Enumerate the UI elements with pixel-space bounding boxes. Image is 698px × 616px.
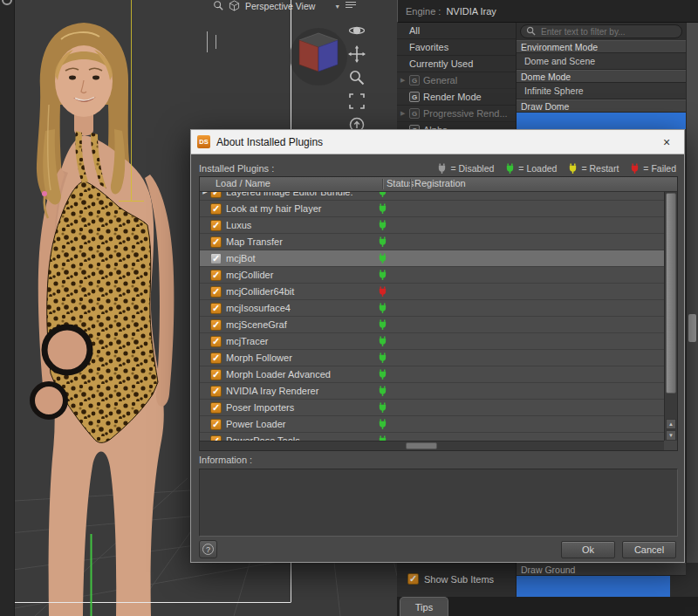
plugin-row[interactable]: ▶ Morph Follower — [200, 350, 664, 366]
expand-arrow-icon[interactable]: ▶ — [400, 77, 409, 84]
ok-button[interactable]: Ok — [561, 541, 615, 558]
viewport-top-toolbar: Perspective View ▼ — [213, 0, 356, 12]
view-selector-label[interactable]: Perspective View — [245, 1, 315, 11]
expander-icon[interactable]: ▶ — [200, 192, 210, 195]
render-group-item[interactable]: ▶ G General — [397, 72, 516, 89]
cube-view-icon[interactable] — [229, 0, 240, 13]
plugin-row[interactable]: ▶ Map Transfer — [200, 234, 664, 250]
plugin-row[interactable]: ▶ mcjBot — [200, 250, 664, 267]
render-group-item[interactable]: ▶ Favorites — [397, 39, 516, 56]
help-button[interactable]: ? — [199, 540, 217, 558]
engine-label: Engine : — [406, 6, 441, 17]
plugin-row[interactable]: ▶ mcjTracer — [200, 333, 664, 350]
plugin-row[interactable]: ▶ Morph Loader Advanced — [200, 366, 664, 383]
dome-mode-dropdown[interactable]: Infinite Sphere — [517, 83, 686, 99]
column-separator — [410, 179, 411, 189]
close-icon[interactable]: × — [654, 133, 680, 152]
pan-icon[interactable] — [347, 44, 366, 64]
filter-input[interactable] — [539, 26, 676, 38]
plugin-row[interactable]: ▶ PowerPose Tools — [200, 433, 664, 441]
draw-dome-label: Draw Dome — [517, 99, 686, 113]
panel-scrollbar-thumb[interactable] — [688, 314, 696, 342]
plugin-load-checkbox[interactable] — [210, 253, 222, 264]
table-horizontal-scrollbar[interactable] — [200, 441, 664, 450]
plugin-row[interactable]: ▶ mcjCollider64bit — [200, 284, 664, 300]
tab-tips[interactable]: Tips — [400, 597, 448, 616]
plugin-row[interactable]: ▶ mcjIsosurface4 — [200, 300, 664, 317]
plugin-load-checkbox[interactable] — [210, 220, 222, 231]
table-scrollbar-thumb[interactable] — [666, 193, 676, 394]
legend-label: = Restart — [581, 163, 619, 174]
plugin-load-checkbox[interactable] — [210, 402, 222, 414]
bottom-tab-bar: Tips — [397, 597, 698, 616]
panel-scrollbar[interactable] — [686, 23, 698, 597]
environment-mode-dropdown[interactable]: Dome and Scene — [517, 53, 686, 70]
plugin-load-checkbox[interactable] — [210, 419, 222, 430]
engine-value: NVIDIA Iray — [446, 6, 496, 17]
render-group-item[interactable]: ▶ G Alpha — [397, 122, 516, 129]
column-load-name[interactable]: Load / Name — [216, 178, 270, 188]
legend-label: = Failed — [643, 163, 676, 174]
show-sub-items-checkbox[interactable] — [407, 573, 419, 585]
plugin-load-checkbox[interactable] — [210, 192, 222, 198]
dome-color-swatch[interactable] — [517, 113, 686, 129]
scrollbar-corner — [664, 441, 677, 450]
plugin-row[interactable]: ▶ mcjCollider — [200, 267, 664, 284]
render-group-item[interactable]: ▶ All — [397, 23, 516, 39]
pane-menu-icon[interactable] — [346, 1, 356, 11]
render-group-item[interactable]: ▶ G Progressive Rend... — [397, 106, 516, 122]
table-hscrollbar-thumb[interactable] — [406, 442, 437, 449]
cancel-button[interactable]: Cancel — [622, 541, 676, 558]
plugin-row[interactable]: ▶ mcjSceneGraf — [200, 317, 664, 333]
plugin-row[interactable]: ▶ Look at my hair Player — [200, 201, 664, 217]
plugin-row[interactable]: ▶ Poser Importers — [200, 400, 664, 416]
plugin-status-icon — [378, 386, 387, 396]
expand-arrow-icon[interactable]: ▶ — [400, 110, 409, 117]
plugin-row[interactable]: ▶ NVIDIA Iray Renderer — [200, 383, 664, 400]
plugin-load-checkbox[interactable] — [210, 203, 222, 215]
plugin-load-checkbox[interactable] — [210, 236, 222, 248]
legend-item: = Restart — [568, 163, 619, 174]
plugin-status-icon — [378, 253, 387, 264]
plugin-load-checkbox[interactable] — [210, 319, 222, 331]
column-registration[interactable]: Registration — [414, 178, 466, 188]
axis-gizmo-cube[interactable] — [288, 17, 349, 98]
plugin-name: Layered Image Editor Bundle: — [226, 192, 353, 197]
scroll-up-icon[interactable]: ▲ — [666, 419, 676, 429]
legend-label: = Loaded — [518, 163, 557, 174]
plugin-name: mcjBot — [226, 253, 256, 264]
scroll-down-icon[interactable]: ▼ — [666, 430, 676, 441]
plugin-load-checkbox[interactable] — [210, 386, 222, 397]
about-installed-plugins-dialog: DS About Installed Plugins × Installed P… — [190, 129, 685, 563]
plugin-name: mcjTracer — [226, 336, 268, 346]
plugin-load-checkbox[interactable] — [210, 303, 222, 314]
plugin-load-checkbox[interactable] — [210, 336, 222, 347]
table-vertical-scrollbar[interactable]: ▲ ▼ — [664, 192, 677, 441]
plugin-load-checkbox[interactable] — [210, 286, 222, 298]
frame-icon[interactable] — [347, 92, 366, 111]
installed-plugins-label: Installed Plugins : — [199, 163, 274, 174]
legend-item: = Disabled — [437, 163, 494, 174]
plugin-name: mcjCollider — [226, 270, 273, 280]
magnifier-icon[interactable] — [347, 68, 366, 87]
plugin-name: Poser Importers — [226, 402, 294, 413]
dome-mode-label: Dome Mode — [517, 70, 686, 83]
daz-studio-app: Perspective View ▼ Engine : NVIDIA I — [0, 0, 698, 616]
render-group-label: General — [423, 75, 457, 86]
chevron-down-icon[interactable]: ▼ — [334, 3, 340, 10]
zoom-icon[interactable] — [213, 0, 223, 12]
filter-box[interactable] — [520, 24, 682, 38]
plugin-load-checkbox[interactable] — [210, 270, 222, 281]
plugin-row[interactable]: ▶ Layered Image Editor Bundle: — [200, 192, 664, 201]
dialog-titlebar[interactable]: DS About Installed Plugins × — [191, 130, 684, 154]
render-group-item[interactable]: ▶ Currently Used — [397, 56, 516, 72]
plugin-row[interactable]: ▶ Luxus — [200, 217, 664, 234]
orbit-icon[interactable] — [347, 21, 366, 40]
plugin-status-icon — [378, 286, 387, 297]
render-group-item[interactable]: ▶ G Render Mode — [397, 89, 516, 106]
plugin-load-checkbox[interactable] — [210, 369, 222, 380]
plug-status-icon — [505, 163, 515, 174]
ground-color-swatch[interactable] — [517, 576, 670, 598]
plugin-row[interactable]: ▶ Power Loader — [200, 416, 664, 433]
plugin-load-checkbox[interactable] — [210, 352, 222, 364]
